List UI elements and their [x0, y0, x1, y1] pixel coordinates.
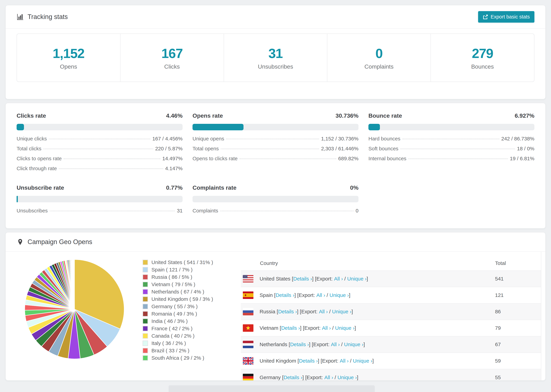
legend-item: Spain ( 121 / 7% ) — [142, 266, 241, 273]
legend-swatch — [142, 304, 148, 309]
bar-chart-icon — [17, 13, 24, 21]
legend-swatch — [142, 341, 148, 346]
rate-row-label: Total clicks — [17, 146, 42, 152]
export-all-link[interactable]: All › — [322, 325, 331, 331]
nl-flag-icon — [243, 341, 254, 348]
legend-label: Netherlands ( 67 / 4% ) — [151, 289, 204, 295]
export-all-link[interactable]: All › — [319, 309, 328, 315]
legend-swatch — [142, 355, 148, 361]
dotted-leader — [400, 149, 515, 149]
legend-item: Brazil ( 33 / 2% ) — [142, 347, 241, 354]
details-link[interactable]: Details › — [283, 375, 302, 380]
opens-rate-block: Opens rate 30.736% Unique opens 1,152 / … — [192, 111, 359, 175]
rate-row-label: Complaints — [192, 208, 218, 214]
export-all-link[interactable]: All › — [324, 375, 333, 380]
legend-swatch — [142, 318, 148, 324]
tracking-stats-title-row: Tracking stats — [17, 13, 68, 21]
details-link[interactable]: Details › — [278, 309, 297, 315]
export-all-link[interactable]: All › — [331, 342, 340, 347]
rate-row-label: Click through rate — [17, 166, 57, 171]
export-all-link[interactable]: All › — [334, 276, 343, 282]
rate-row-label: Total opens — [192, 146, 219, 152]
country-total: 121 — [495, 287, 541, 303]
rate-detail-row: Complaints 0 — [192, 208, 359, 218]
tracking-stats-card: Tracking stats Export basic stats 1,152 … — [6, 5, 545, 99]
country-total: 541 — [495, 271, 541, 287]
country-total: 86 — [495, 303, 541, 320]
opens-rate-value: 30.736% — [336, 112, 359, 119]
rate-row-label: Unique clicks — [17, 136, 47, 142]
complaints-rate-rows: Complaints 0 — [192, 208, 359, 218]
rates-row-1: Clicks rate 4.46% Unique clicks 167 / 4.… — [17, 111, 534, 175]
rate-row-label: Soft bounces — [368, 146, 398, 152]
export-unique-link[interactable]: Unique › — [332, 309, 351, 315]
unsubscribe-rate-bar-fill — [17, 196, 18, 202]
unsubscribe-rate-block: Unsubscribe rate 0.77% Unsubscribes 31 — [17, 183, 183, 218]
export-all-link[interactable]: All › — [340, 358, 349, 364]
stat-value: 167 — [161, 46, 183, 61]
unsubscribe-rate-rows: Unsubscribes 31 — [17, 208, 183, 218]
export-unique-link[interactable]: Unique › — [353, 358, 372, 364]
rate-row-value: 689.82% — [338, 156, 359, 161]
export-unique-link[interactable]: Unique › — [344, 342, 363, 347]
country-name: Netherlands — [260, 342, 287, 347]
dotted-leader — [226, 139, 319, 139]
legend-label: France ( 42 / 2% ) — [151, 326, 192, 331]
legend-label: Canada ( 40 / 2% ) — [151, 333, 195, 339]
legend-label: India ( 46 / 3% ) — [151, 318, 188, 324]
geo-opens-header: Campaign Geo Opens — [6, 232, 545, 252]
details-link[interactable]: Details › — [293, 276, 312, 282]
complaints-rate-bar — [192, 196, 359, 202]
legend-swatch — [142, 326, 148, 331]
stat-label: Bounces — [471, 63, 494, 70]
dotted-leader — [49, 139, 150, 139]
rate-row-label: Internal bounces — [368, 156, 406, 161]
geo-pie-svg — [21, 256, 127, 362]
complaints-rate-title: Complaints rate — [192, 184, 236, 191]
legend-label: Italy ( 36 / 2% ) — [151, 340, 186, 346]
export-unique-link[interactable]: Unique › — [347, 276, 367, 282]
bottom-band — [169, 385, 375, 392]
legend-swatch — [142, 267, 148, 273]
rate-row-value: 0 — [356, 208, 359, 214]
bounce-rate-title: Bounce rate — [368, 112, 402, 119]
country-total: 55 — [495, 369, 541, 381]
export-unique-link[interactable]: Unique › — [330, 292, 349, 298]
rate-row-value: 1,152 / 30.736% — [321, 136, 359, 142]
export-basic-stats-button[interactable]: Export basic stats — [478, 11, 534, 23]
legend-label: Germany ( 55 / 3% ) — [151, 304, 198, 309]
dotted-leader — [403, 139, 499, 139]
legend-label: United States ( 541 / 31% ) — [151, 259, 213, 265]
geo-table-row-de: Germany [Details ›] [Export: All › / Uni… — [241, 369, 541, 381]
details-link[interactable]: Details › — [290, 342, 309, 347]
rate-row-label: Unique opens — [192, 136, 224, 142]
stat-value: 1,152 — [53, 46, 84, 61]
rate-detail-row: Opens to clicks rate 689.82% — [192, 156, 359, 166]
country-total: 79 — [495, 320, 541, 336]
rate-row-label: Unsubscribes — [17, 208, 48, 214]
rate-row-value: 14.497% — [162, 156, 183, 161]
es-flag-icon — [243, 291, 254, 299]
legend-swatch — [142, 296, 148, 302]
country-name: Vietnam — [260, 325, 278, 331]
legend-label: Vietnam ( 79 / 5% ) — [151, 281, 195, 287]
geo-table-row-us: United States [Details ›] [Export: All ›… — [241, 271, 541, 287]
export-unique-link[interactable]: Unique › — [338, 375, 357, 380]
opens-rate-bar — [192, 124, 359, 130]
geo-pie-legend: United States ( 541 / 31% ) Spain ( 121 … — [136, 252, 241, 362]
bounce-rate-value: 6.927% — [515, 112, 534, 119]
export-unique-link[interactable]: Unique › — [335, 325, 354, 331]
stat-summary-row: 1,152 Opens 167 Clicks 31 Unsubscribes 0… — [17, 34, 534, 82]
geo-opens-title-row: Campaign Geo Opens — [17, 238, 92, 245]
details-link[interactable]: Details › — [299, 358, 318, 364]
legend-label: Spain ( 121 / 7% ) — [151, 267, 192, 273]
bounce-rate-rows: Hard bounces 242 / 86.738% Soft bounces … — [368, 136, 534, 166]
rate-row-value: 19 / 6.81% — [510, 156, 534, 161]
details-link[interactable]: Details › — [281, 325, 300, 331]
details-link[interactable]: Details › — [276, 292, 294, 298]
legend-label: Russia ( 86 / 5% ) — [151, 274, 192, 280]
rate-row-label: Hard bounces — [368, 136, 400, 142]
geo-table-header-row: Country Total — [241, 256, 541, 271]
export-all-link[interactable]: All › — [316, 292, 325, 298]
bounce-rate-bar-fill — [368, 124, 380, 130]
